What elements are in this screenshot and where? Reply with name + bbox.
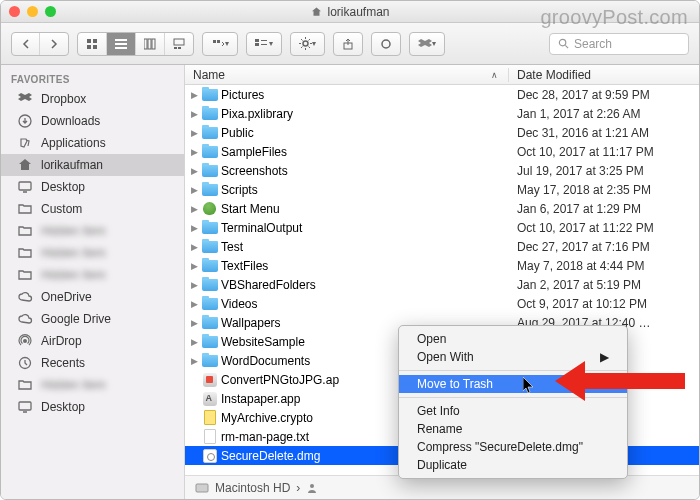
file-icon: [201, 219, 218, 236]
file-name: Test: [221, 240, 509, 254]
file-row[interactable]: ▶SampleFilesOct 10, 2017 at 11:17 PM: [185, 142, 699, 161]
menu-duplicate[interactable]: Duplicate: [399, 456, 627, 474]
disclosure-icon[interactable]: ▶: [191, 109, 201, 119]
finder-window: lorikaufman ▾ ▾ ▾ ▾ Search: [0, 0, 700, 500]
sidebar-item-desktop[interactable]: Desktop: [1, 396, 184, 418]
forward-button[interactable]: [40, 33, 68, 55]
back-button[interactable]: [12, 33, 40, 55]
file-row[interactable]: ▶ScriptsMay 17, 2018 at 2:35 PM: [185, 180, 699, 199]
disclosure-icon[interactable]: ▶: [191, 356, 201, 366]
file-row[interactable]: ▶TestDec 27, 2017 at 7:16 PM: [185, 237, 699, 256]
home-icon: [310, 6, 322, 18]
sidebar-item-label: lorikaufman: [41, 158, 103, 172]
disclosure-icon[interactable]: ▶: [191, 261, 201, 271]
column-name[interactable]: Name∧: [185, 68, 509, 82]
column-headers: Name∧ Date Modified: [185, 65, 699, 85]
disclosure-icon[interactable]: ▶: [191, 318, 201, 328]
sidebar-item-google-drive[interactable]: Google Drive: [1, 308, 184, 330]
menu-get-info[interactable]: Get Info: [399, 402, 627, 420]
close-button[interactable]: [9, 6, 20, 17]
disclosure-icon[interactable]: ▶: [191, 299, 201, 309]
sidebar-item-blurred-6[interactable]: Hidden Item: [1, 220, 184, 242]
file-date: Dec 27, 2017 at 7:16 PM: [509, 240, 699, 254]
file-row[interactable]: ▶PicturesDec 28, 2017 at 9:59 PM: [185, 85, 699, 104]
share-button[interactable]: [334, 33, 362, 55]
file-icon: [201, 200, 218, 217]
column-view-button[interactable]: [136, 33, 165, 55]
disclosure-icon[interactable]: ▶: [191, 147, 201, 157]
sidebar-item-applications[interactable]: Applications: [1, 132, 184, 154]
view-buttons: [77, 32, 194, 56]
sidebar-item-label: Downloads: [41, 114, 100, 128]
sidebar-item-recents[interactable]: Recents: [1, 352, 184, 374]
icon-view-button[interactable]: [78, 33, 107, 55]
svg-point-23: [23, 339, 27, 343]
sidebar-item-desktop[interactable]: Desktop: [1, 176, 184, 198]
file-icon: [201, 105, 218, 122]
sidebar-item-blurred-8[interactable]: Hidden Item: [1, 264, 184, 286]
window-title: lorikaufman: [310, 5, 389, 19]
sidebar-item-dropbox[interactable]: Dropbox: [1, 88, 184, 110]
svg-rect-26: [196, 484, 208, 492]
file-row[interactable]: ▶ScreenshotsJul 19, 2017 at 3:25 PM: [185, 161, 699, 180]
disclosure-icon[interactable]: ▶: [191, 166, 201, 176]
disclosure-icon[interactable]: ▶: [191, 90, 201, 100]
file-row[interactable]: ▶VBSharedFoldersJan 2, 2017 at 5:19 PM: [185, 275, 699, 294]
sidebar-item-custom[interactable]: Custom: [1, 198, 184, 220]
sidebar-item-downloads[interactable]: Downloads: [1, 110, 184, 132]
file-icon: [201, 371, 218, 388]
sidebar-item-onedrive[interactable]: OneDrive: [1, 286, 184, 308]
column-date[interactable]: Date Modified: [509, 68, 699, 82]
file-name: VBSharedFolders: [221, 278, 509, 292]
gallery-view-button[interactable]: [165, 33, 193, 55]
menu-rename[interactable]: Rename: [399, 420, 627, 438]
window-controls: [9, 6, 56, 17]
file-row[interactable]: ▶Pixa.pxlibraryJan 1, 2017 at 2:26 AM: [185, 104, 699, 123]
sidebar-item-airdrop[interactable]: AirDrop: [1, 330, 184, 352]
disclosure-icon[interactable]: ▶: [191, 128, 201, 138]
applications-icon: [17, 135, 33, 151]
svg-rect-16: [261, 44, 267, 45]
tags-button[interactable]: [372, 33, 400, 55]
path-disk[interactable]: Macintosh HD: [215, 481, 290, 495]
folder-icon: [17, 223, 33, 239]
file-row[interactable]: ▶Start MenuJan 6, 2017 at 1:29 PM: [185, 199, 699, 218]
sidebar-item-label: Recents: [41, 356, 85, 370]
sidebar: Favorites DropboxDownloadsApplicationslo…: [1, 65, 185, 499]
zoom-button[interactable]: [45, 6, 56, 17]
sidebar-item-blurred-7[interactable]: Hidden Item: [1, 242, 184, 264]
disclosure-icon[interactable]: ▶: [191, 185, 201, 195]
file-icon: [201, 257, 218, 274]
svg-rect-2: [87, 45, 91, 49]
arrange-button[interactable]: ▾: [203, 33, 237, 55]
action-button[interactable]: ▾: [291, 33, 324, 55]
svg-rect-10: [174, 39, 184, 45]
svg-rect-12: [178, 47, 181, 49]
disclosure-icon[interactable]: ▶: [191, 280, 201, 290]
disclosure-icon[interactable]: ▶: [191, 223, 201, 233]
file-icon: [201, 181, 218, 198]
file-date: Dec 28, 2017 at 9:59 PM: [509, 88, 699, 102]
dropbox-toolbar-button[interactable]: ▾: [410, 33, 444, 55]
file-row[interactable]: ▶PublicDec 31, 2016 at 1:21 AM: [185, 123, 699, 142]
svg-rect-13: [255, 39, 259, 42]
menu-open[interactable]: Open: [399, 330, 627, 348]
sidebar-item-lorikaufman[interactable]: lorikaufman: [1, 154, 184, 176]
disclosure-icon[interactable]: ▶: [191, 204, 201, 214]
search-field[interactable]: Search: [549, 33, 689, 55]
menu-compress[interactable]: Compress "SecureDelete.dmg": [399, 438, 627, 456]
cloud-icon: [17, 289, 33, 305]
file-date: May 17, 2018 at 2:35 PM: [509, 183, 699, 197]
file-row[interactable]: ▶TextFilesMay 7, 2018 at 4:44 PM: [185, 256, 699, 275]
svg-rect-22: [19, 182, 31, 190]
file-row[interactable]: ▶TerminalOutputOct 10, 2017 at 11:22 PM: [185, 218, 699, 237]
list-view-button[interactable]: [107, 33, 136, 55]
file-icon: [201, 276, 218, 293]
file-row[interactable]: ▶VideosOct 9, 2017 at 10:12 PM: [185, 294, 699, 313]
file-date: Dec 31, 2016 at 1:21 AM: [509, 126, 699, 140]
sidebar-item-blurred-13[interactable]: Hidden Item: [1, 374, 184, 396]
group-button[interactable]: ▾: [247, 33, 281, 55]
disclosure-icon[interactable]: ▶: [191, 337, 201, 347]
disclosure-icon[interactable]: ▶: [191, 242, 201, 252]
minimize-button[interactable]: [27, 6, 38, 17]
